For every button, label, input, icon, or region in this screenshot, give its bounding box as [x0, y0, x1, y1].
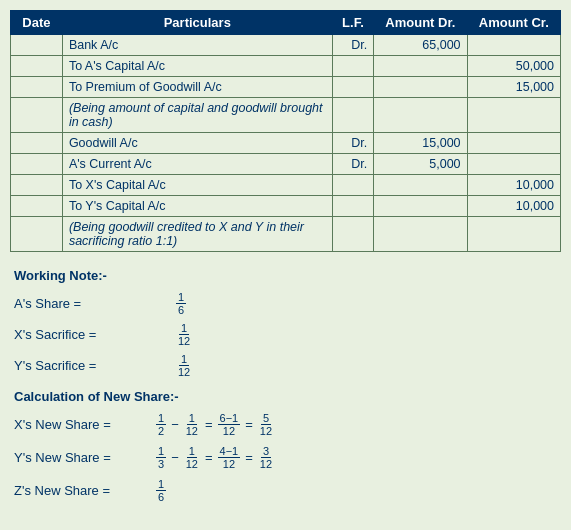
entry1-particulars: Bank A/c [62, 35, 332, 56]
xs-frac1: 1 2 [156, 412, 166, 437]
ys-sacrifice-label: Y's Sacrifice = [14, 358, 174, 373]
entry2-date3 [11, 175, 63, 196]
ys-new-share-line: Y's New Share = 1 3 − 1 12 = 4−1 12 = 3 … [14, 445, 557, 470]
entry2-lf5 [332, 217, 374, 252]
ys-frac3: 4−1 12 [218, 445, 241, 470]
entry2-sub1-cr: 10,000 [467, 175, 560, 196]
ys-eq1: = [205, 450, 213, 465]
header-amount-dr: Amount Dr. [374, 11, 467, 35]
xs-sacrifice-line: X's Sacrifice = 1 12 [14, 322, 557, 347]
ys-sacrifice-fraction: 1 12 [176, 353, 192, 378]
entry2-dr4-empty [374, 196, 467, 217]
entry2-dr1: Dr. [332, 133, 374, 154]
entry1-row1: Bank A/c Dr. 65,000 [11, 35, 561, 56]
header-particulars: Particulars [62, 11, 332, 35]
entry1-sub2: To Premium of Goodwill A/c [62, 77, 332, 98]
entry1-date2 [11, 56, 63, 77]
entry2-row3: To X's Capital A/c 10,000 [11, 175, 561, 196]
ys-frac1: 1 3 [156, 445, 166, 470]
header-amount-cr: Amount Cr. [467, 11, 560, 35]
entry1-sub1-cr: 50,000 [467, 56, 560, 77]
entry2-particulars2: A's Current A/c [62, 154, 332, 175]
entry2-particulars1: Goodwill A/c [62, 133, 332, 154]
entry1-amount-cr-empty [467, 35, 560, 56]
entry1-row2: To A's Capital A/c 50,000 [11, 56, 561, 77]
ys-eq2: = [245, 450, 253, 465]
xs-new-share-line: X's New Share = 1 2 − 1 12 = 6−1 12 = 5 … [14, 412, 557, 437]
zs-new-share-line: Z's New Share = 1 6 [14, 478, 557, 503]
journal-table: Date Particulars L.F. Amount Dr. Amount … [10, 10, 561, 252]
entry2-row4: To Y's Capital A/c 10,000 [11, 196, 561, 217]
entry2-sub2-cr: 10,000 [467, 196, 560, 217]
entry1-cr4-empty [467, 98, 560, 133]
ys-minus1: − [171, 450, 179, 465]
xs-frac3: 6−1 12 [218, 412, 241, 437]
entry1-row3: To Premium of Goodwill A/c 15,000 [11, 77, 561, 98]
entry2-date2 [11, 154, 63, 175]
calc-title: Calculation of New Share:- [14, 389, 557, 404]
as-share-fraction: 1 6 [176, 291, 186, 316]
entry1-note: (Being amount of capital and goodwill br… [62, 98, 332, 133]
entry2-dr5-empty [374, 217, 467, 252]
xs-sacrifice-fraction: 1 12 [176, 322, 192, 347]
xs-frac2: 1 12 [184, 412, 200, 437]
entry2-lf4 [332, 196, 374, 217]
entry2-amount-dr2: 5,000 [374, 154, 467, 175]
entry1-dr4-empty [374, 98, 467, 133]
ys-frac4: 3 12 [258, 445, 274, 470]
entry2-sub1: To X's Capital A/c [62, 175, 332, 196]
entry1-lf4 [332, 98, 374, 133]
entry1-lf2 [332, 56, 374, 77]
entry2-dr3-empty [374, 175, 467, 196]
xs-new-label: X's New Share = [14, 417, 154, 432]
as-share-label: A's Share = [14, 296, 174, 311]
entry1-sub1: To A's Capital A/c [62, 56, 332, 77]
xs-minus1: − [171, 417, 179, 432]
working-section: Working Note:- A's Share = 1 6 X's Sacri… [10, 268, 561, 503]
entry1-date3 [11, 77, 63, 98]
ys-frac2: 1 12 [184, 445, 200, 470]
as-share-line: A's Share = 1 6 [14, 291, 557, 316]
entry2-note-row: (Being goodwill credited to X and Y in t… [11, 217, 561, 252]
entry1-sub2-cr: 15,000 [467, 77, 560, 98]
entry2-date1 [11, 133, 63, 154]
entry2-row1: Goodwill A/c Dr. 15,000 [11, 133, 561, 154]
entry1-date [11, 35, 63, 56]
entry1-date4 [11, 98, 63, 133]
xs-frac4: 5 12 [258, 412, 274, 437]
zs-new-label: Z's New Share = [14, 483, 154, 498]
entry2-cr1-empty [467, 133, 560, 154]
entry2-row2: A's Current A/c Dr. 5,000 [11, 154, 561, 175]
entry2-cr5-empty [467, 217, 560, 252]
xs-eq1: = [205, 417, 213, 432]
ys-sacrifice-line: Y's Sacrifice = 1 12 [14, 353, 557, 378]
entry1-dr3-empty [374, 77, 467, 98]
entry2-lf3 [332, 175, 374, 196]
xs-sacrifice-label: X's Sacrifice = [14, 327, 174, 342]
entry1-lf3 [332, 77, 374, 98]
entry1-amount-dr: 65,000 [374, 35, 467, 56]
working-title: Working Note:- [14, 268, 557, 283]
entry1-dr: Dr. [332, 35, 374, 56]
entry2-date4 [11, 196, 63, 217]
xs-eq2: = [245, 417, 253, 432]
entry2-sub2: To Y's Capital A/c [62, 196, 332, 217]
entry2-dr2: Dr. [332, 154, 374, 175]
ys-new-label: Y's New Share = [14, 450, 154, 465]
entry2-date5 [11, 217, 63, 252]
entry2-note: (Being goodwill credited to X and Y in t… [62, 217, 332, 252]
entry1-dr2-empty [374, 56, 467, 77]
entry2-cr2-empty [467, 154, 560, 175]
entry1-note-row: (Being amount of capital and goodwill br… [11, 98, 561, 133]
zs-frac1: 1 6 [156, 478, 166, 503]
entry2-amount-dr1: 15,000 [374, 133, 467, 154]
header-date: Date [11, 11, 63, 35]
header-lf: L.F. [332, 11, 374, 35]
